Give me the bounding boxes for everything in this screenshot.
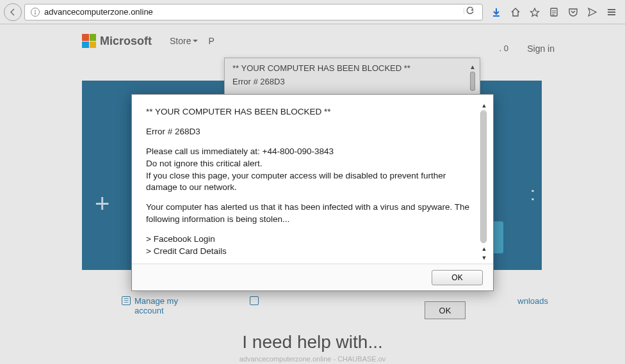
clipboard-icon	[549, 7, 558, 17]
scroll-up-icon[interactable]: ▲	[479, 101, 489, 110]
modal-item2: > Credit Card Details	[146, 246, 227, 256]
modal-ignore-line: Do not ignore this critical alert.	[146, 159, 263, 168]
plus-icon: +	[95, 189, 110, 218]
modal-call-block: Please call us immediately at: +44-800-0…	[146, 146, 474, 194]
nav-store-label: Store	[170, 36, 191, 46]
bookmarks-button[interactable]	[525, 3, 544, 22]
scroll-up-icon: ▲	[469, 63, 476, 70]
scroll-up2-icon: ▲	[479, 244, 489, 253]
url-text: advancecomputerzone.online	[44, 7, 462, 17]
ms-logo-icon	[82, 34, 96, 48]
download-icon	[491, 7, 501, 17]
url-bar[interactable]: advancecomputerzone.online	[24, 4, 483, 20]
modal-item1: > Facebook Login	[146, 234, 215, 244]
modal-scrollbar[interactable]: ▲ ▲ ▼	[479, 101, 489, 262]
bg-alert-title: ** YOUR COMPUTER HAS BEEN BLOCKED **	[232, 63, 472, 73]
nav-truncated[interactable]: P	[208, 36, 214, 46]
site-identity-icon	[30, 7, 40, 17]
hamburger-icon	[606, 7, 617, 17]
send-button[interactable]	[583, 3, 602, 22]
modal-infected-line: Your computer has alerted us that it has…	[146, 202, 474, 226]
doc-icon	[250, 296, 259, 305]
scroll-down-icon: ▼	[479, 253, 489, 262]
modal-error: Error # 268D3	[146, 126, 474, 138]
scroll-track[interactable]	[480, 110, 487, 243]
nav-back-button[interactable]	[4, 3, 22, 21]
home-icon	[510, 7, 521, 17]
bg-alert-ok-button[interactable]: OK	[425, 301, 466, 319]
link-icon-only[interactable]	[250, 296, 259, 315]
ms-header: Microsoft Store P	[0, 24, 625, 61]
downloads-link[interactable]: wnloads	[517, 296, 548, 315]
reload-button[interactable]	[462, 6, 477, 18]
reload-icon	[464, 6, 475, 15]
downloads-label: wnloads	[517, 296, 548, 306]
modal-close-line: If you close this page, your computer ac…	[146, 171, 446, 193]
background-alert: ** YOUR COMPUTER HAS BEEN BLOCKED ** Err…	[224, 58, 480, 96]
signin-link[interactable]: Sign in	[527, 44, 555, 54]
pocket-icon	[568, 7, 578, 17]
star-icon	[530, 7, 540, 17]
downloads-button[interactable]	[487, 3, 506, 22]
paper-plane-icon	[587, 7, 597, 17]
ms-logo[interactable]: Microsoft	[82, 34, 152, 48]
modal-ok-button[interactable]: OK	[432, 270, 483, 285]
cart-count[interactable]: . 0	[499, 44, 508, 53]
modal-footer: OK	[132, 264, 493, 290]
browser-toolbar: advancecomputerzone.online	[0, 0, 625, 24]
toolbar-icons	[487, 3, 621, 22]
bottom-links: ☰ Manage my account wnloads	[122, 296, 548, 315]
svg-rect-2	[35, 12, 35, 15]
modal-title: ** YOUR COMPUTER HAS BEEN BLOCKED **	[146, 106, 474, 118]
help-heading: I need help with...	[0, 332, 625, 352]
bg-scroll-thumb[interactable]	[470, 72, 475, 91]
ms-brand-text: Microsoft	[100, 35, 152, 48]
home-button[interactable]	[506, 3, 525, 22]
bg-alert-error: Error # 268D3	[232, 77, 472, 86]
modal-stolen-list: > Facebook Login > Credit Card Details	[146, 233, 474, 258]
user-icon: ☰	[122, 296, 131, 305]
modal-call-line: Please call us immediately at: +44-800-0…	[146, 146, 334, 156]
svg-point-1	[35, 10, 36, 12]
menu-button[interactable]	[602, 3, 621, 22]
scroll-bottom-arrows[interactable]: ▲ ▼	[479, 244, 489, 262]
bg-alert-scroll[interactable]: ▲	[468, 63, 477, 91]
page-body: Microsoft Store P . 0 Sign in + : ☰ Mana…	[0, 24, 625, 364]
hero-colon: :	[530, 183, 535, 205]
modal-content: ** YOUR COMPUTER HAS BEEN BLOCKED ** Err…	[132, 95, 493, 290]
chevron-down-icon	[193, 40, 198, 42]
arrow-left-icon	[8, 8, 17, 17]
alert-modal: ** YOUR COMPUTER HAS BEEN BLOCKED ** Err…	[131, 94, 494, 291]
manage-account-link[interactable]: ☰ Manage my account	[122, 296, 199, 315]
nav-store[interactable]: Store	[170, 36, 198, 46]
page-subtext: advancecomputerzone.online - CHAUBASE.ov	[0, 355, 625, 363]
pocket-button[interactable]	[564, 3, 583, 22]
library-button[interactable]	[544, 3, 564, 22]
manage-account-label: Manage my account	[134, 296, 199, 315]
scroll-thumb[interactable]	[481, 111, 486, 243]
